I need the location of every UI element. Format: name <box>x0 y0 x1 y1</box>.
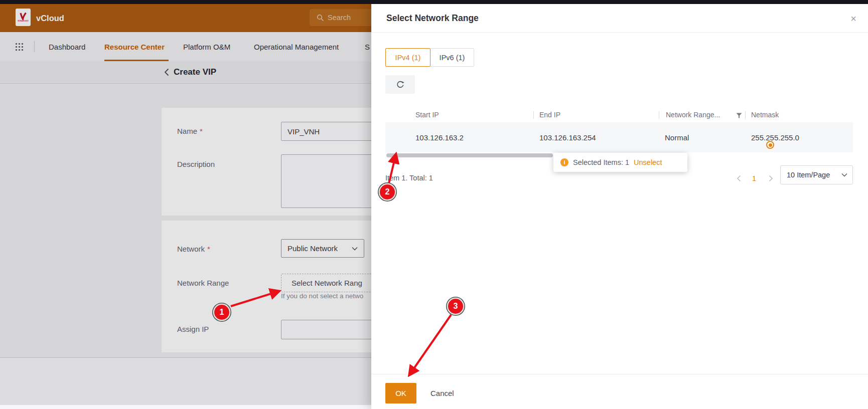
chevron-left-icon <box>737 175 741 182</box>
ok-button[interactable]: OK <box>385 383 416 403</box>
tab-ipv6[interactable]: IPv6 (1) <box>430 48 474 67</box>
chevron-right-icon <box>769 175 773 182</box>
col-header-netmask[interactable]: Netmask <box>751 111 779 119</box>
modal-dim-mask <box>0 0 371 405</box>
tab-ipv4[interactable]: IPv4 (1) <box>385 48 430 67</box>
col-header-start-ip[interactable]: Start IP <box>415 111 439 119</box>
page-size-select[interactable]: 10 Item/Page <box>780 165 853 184</box>
next-page-button[interactable] <box>766 173 776 183</box>
drawer-titlebar: Select Network Range × <box>371 4 868 33</box>
column-divider <box>745 111 746 119</box>
radio-selected-icon[interactable] <box>766 141 774 149</box>
refresh-button[interactable] <box>385 75 415 94</box>
col-header-end-ip[interactable]: End IP <box>539 111 560 119</box>
cell-network-range-status: Normal <box>665 133 689 142</box>
footer-divider <box>371 374 868 374</box>
cell-start-ip: 103.126.163.2 <box>415 133 464 142</box>
prev-page-button[interactable] <box>734 173 744 183</box>
unselect-link[interactable]: Unselect <box>634 158 662 166</box>
refresh-icon <box>396 80 405 89</box>
info-icon: i <box>560 158 568 166</box>
col-header-network-range[interactable]: Network Range... <box>666 111 720 119</box>
cell-end-ip: 103.126.163.254 <box>539 133 596 142</box>
select-network-range-drawer: Select Network Range × IPv4 (1) IPv6 (1)… <box>371 4 868 409</box>
annotation-step-1: 1 <box>214 305 229 320</box>
chevron-down-icon <box>841 173 847 177</box>
annotation-step-3: 3 <box>448 299 463 314</box>
cell-netmask: 255.255.255.0 <box>751 133 799 142</box>
annotation-step-2: 2 <box>380 184 395 199</box>
column-divider <box>533 111 534 119</box>
window-top-strip <box>0 0 868 4</box>
horizontal-scrollbar[interactable] <box>386 153 553 157</box>
filter-funnel-icon[interactable] <box>736 111 742 120</box>
close-icon[interactable]: × <box>847 12 860 25</box>
selection-tooltip: i Selected Items: 1 Unselect <box>553 153 687 172</box>
page-number[interactable]: 1 <box>749 173 759 183</box>
drawer-title: Select Network Range <box>386 4 479 32</box>
cancel-button[interactable]: Cancel <box>430 383 454 403</box>
selection-count-text: Selected Items: 1 <box>573 158 629 166</box>
column-divider <box>659 111 659 119</box>
page-size-value: 10 Item/Page <box>787 171 830 179</box>
table-summary: Item 1. Total: 1 <box>385 174 433 182</box>
